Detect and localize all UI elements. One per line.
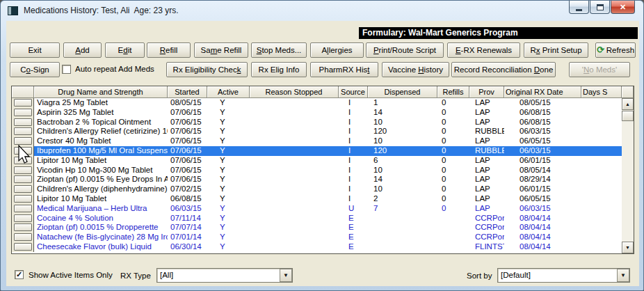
row-cells[interactable]: Children's Allergy (diphenhydramine) 12.… xyxy=(34,184,622,194)
cell-active: Y xyxy=(207,166,250,175)
row-selector-button[interactable] xyxy=(14,205,32,212)
column-header-original-rx-date[interactable]: Original RX Date xyxy=(504,86,581,98)
row-cells[interactable]: Cocaine 4 % Solution07/11/14YECCRPort08/… xyxy=(34,214,622,223)
cell-refills: 0 xyxy=(437,166,469,175)
row-selector-button[interactable] xyxy=(14,118,32,126)
rx-type-dropdown-arrow-icon[interactable]: ▼ xyxy=(280,269,292,282)
refresh-label: Refresh xyxy=(606,46,634,54)
column-header-source[interactable]: Source xyxy=(339,86,368,98)
record-reconciliation-done-button[interactable]: Record Reconciliation Done xyxy=(451,62,556,77)
show-active-checkbox[interactable]: ✓ xyxy=(15,270,24,279)
auto-repeat-checkbox[interactable] xyxy=(62,65,71,74)
row-cells[interactable]: Bactroban 2 % Topical Ointment07/06/15YI… xyxy=(34,118,622,127)
column-header-reason-stopped[interactable]: Reason Stopped xyxy=(250,86,339,98)
scrollbar-thumb[interactable] xyxy=(622,111,634,121)
edit-button[interactable]: Edit xyxy=(105,42,145,58)
cell-refills: 0 xyxy=(437,136,469,146)
refill-button[interactable]: Refill xyxy=(147,42,191,58)
row-cells[interactable]: Lipitor 10 Mg Tablet07/06/15YI60LAP06/01… xyxy=(34,156,622,166)
print-route-script-button[interactable]: Print/Route Script xyxy=(366,42,444,58)
medications-history-window: Medications History: Test, Ali Age: 23 y… xyxy=(0,0,644,291)
allergies-button[interactable]: Allergies xyxy=(310,42,364,58)
pharmrx-hist-button[interactable]: PharmRX Hist xyxy=(310,62,378,77)
column-header-dispensed[interactable]: Dispensed xyxy=(368,86,437,98)
row-selector-button[interactable] xyxy=(14,223,32,231)
e-rx-renewals-button[interactable]: E-RX Renewals xyxy=(447,42,520,58)
row-selector-button[interactable] xyxy=(14,109,32,116)
rx-eligibility-check-button[interactable]: Rx Eligibility Check xyxy=(166,62,248,77)
cell-source: E xyxy=(339,214,368,223)
row-cells[interactable]: Crestor 40 Mg Tablet07/06/15YI100LAP06/0… xyxy=(34,136,622,146)
column-header-row-selector[interactable] xyxy=(12,86,34,98)
scroll-down-button[interactable]: ▼ xyxy=(622,242,634,253)
add-button[interactable]: Add xyxy=(63,42,102,58)
cell-source: I xyxy=(339,175,368,184)
row-selector-button[interactable] xyxy=(14,243,32,251)
row-selector-button[interactable] xyxy=(14,214,32,222)
same-refill-button[interactable]: Same Refill xyxy=(194,42,248,58)
co-sign-button[interactable]: Co-Sign xyxy=(10,62,60,77)
cell-orig: 06/08/15 xyxy=(504,108,581,118)
row-selector-button[interactable] xyxy=(14,157,32,164)
row-selector-button[interactable] xyxy=(14,137,32,145)
row-selector-button[interactable] xyxy=(14,99,32,107)
no-meds-button[interactable]: 'No Meds' xyxy=(569,62,630,77)
sort-by-dropdown-arrow-icon[interactable]: ▼ xyxy=(617,269,629,282)
refresh-button[interactable]: ⟳Refresh xyxy=(595,42,636,58)
row-cells[interactable]: Cheesecake Flavor (bulk) Liquid06/30/14Y… xyxy=(34,242,622,252)
column-header-days-s[interactable]: Days S xyxy=(581,86,622,98)
table-row: Lipitor 10 Mg Tablet06/08/15YI20LAP06/05… xyxy=(12,194,634,204)
row-cells[interactable]: Zioptan (pf) 0.0015 % Eye Drops In A D07… xyxy=(34,175,622,184)
client-area: Formulary: Wal-Mart Generics Program Exi… xyxy=(6,21,639,286)
rx-type-dropdown[interactable]: [All] ▼ xyxy=(156,268,293,283)
cell-source: I xyxy=(339,136,368,146)
minimize-button[interactable] xyxy=(569,1,589,14)
vaccine-history-button[interactable]: Vaccine History xyxy=(382,62,449,77)
cell-source: I xyxy=(339,108,368,118)
column-header-refills[interactable]: Refills xyxy=(437,86,469,98)
row-cells[interactable]: Medical Marijuana – Herb Ultra06/03/15YU… xyxy=(34,204,622,214)
row-cells[interactable]: Natachew (fe Bis-glycinate) 28 Mg Iron07… xyxy=(34,233,622,242)
row-cells[interactable]: Zioptan (pf) 0.0015 % Dropperette07/07/1… xyxy=(34,223,622,233)
stop-meds-button[interactable]: Stop Meds... xyxy=(251,42,307,58)
cell-source: I xyxy=(339,146,368,156)
cell-refills: 0 xyxy=(437,156,469,166)
cell-started: 07/06/15 xyxy=(168,136,207,146)
scroll-up-button[interactable]: ▲ xyxy=(622,98,634,110)
row-selector-button[interactable] xyxy=(14,147,32,155)
titlebar[interactable]: Medications History: Test, Ali Age: 23 y… xyxy=(1,1,643,21)
column-header-started[interactable]: Started xyxy=(168,86,207,98)
close-button[interactable]: ✕ xyxy=(611,1,635,14)
row-cells[interactable]: Vicodin Hp 10 Mg-300 Mg Tablet07/06/15YI… xyxy=(34,166,622,175)
cell-reason xyxy=(250,136,339,146)
vertical-scrollbar[interactable]: ▲ ▼ xyxy=(622,98,634,253)
row-cells[interactable]: Children's Allergy Relief (cetirizine) 1… xyxy=(34,127,622,136)
record-reconciliation-done-label: Record Reconciliation Done xyxy=(454,65,554,74)
maximize-button[interactable] xyxy=(590,1,610,14)
row-cells[interactable]: Aspirin 325 Mg Tablet07/06/15YI140LAP06/… xyxy=(34,108,622,118)
cell-source: E xyxy=(339,223,368,233)
row-cells[interactable]: Viagra 25 Mg Tablet08/05/15YI10LAP08/05/… xyxy=(34,98,622,108)
cell-drug: Crestor 40 Mg Tablet xyxy=(34,136,168,146)
cell-dispensed: 120 xyxy=(368,146,437,156)
cell-dispensed: 14 xyxy=(368,175,437,184)
row-selector-button[interactable] xyxy=(14,195,32,203)
table-row: Cheesecake Flavor (bulk) Liquid06/30/14Y… xyxy=(12,242,634,252)
row-selector-button[interactable] xyxy=(14,127,32,135)
row-gutter xyxy=(12,146,34,156)
cell-prov: LAP xyxy=(469,204,504,214)
row-selector-button[interactable] xyxy=(14,185,32,193)
column-header-active[interactable]: Active xyxy=(207,86,250,98)
row-cells[interactable]: Lipitor 10 Mg Tablet06/08/15YI20LAP06/05… xyxy=(34,194,622,204)
sort-by-dropdown[interactable]: [Default] ▼ xyxy=(497,268,630,283)
cell-started: 06/03/15 xyxy=(168,204,207,214)
row-selector-button[interactable] xyxy=(14,175,32,183)
row-cells[interactable]: Ibuprofen 100 Mg/5 Ml Oral Suspension07/… xyxy=(34,146,622,156)
rx-print-setup-button[interactable]: Rx Print Setup xyxy=(524,42,588,58)
row-selector-button[interactable] xyxy=(14,233,32,241)
column-header-prov[interactable]: Prov xyxy=(469,86,504,98)
rx-elig-info-button[interactable]: Rx Elig Info xyxy=(251,62,307,77)
exit-button[interactable]: Exit xyxy=(10,42,60,58)
column-header-drug-name-and-strength[interactable]: Drug Name and Strength xyxy=(34,86,168,98)
row-selector-button[interactable] xyxy=(14,166,32,174)
